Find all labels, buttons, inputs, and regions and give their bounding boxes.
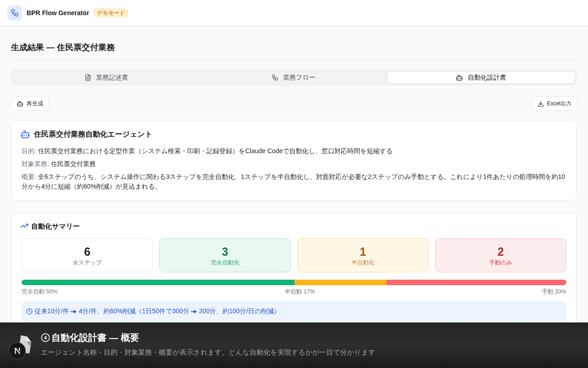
- svg-text:4: 4: [44, 335, 47, 340]
